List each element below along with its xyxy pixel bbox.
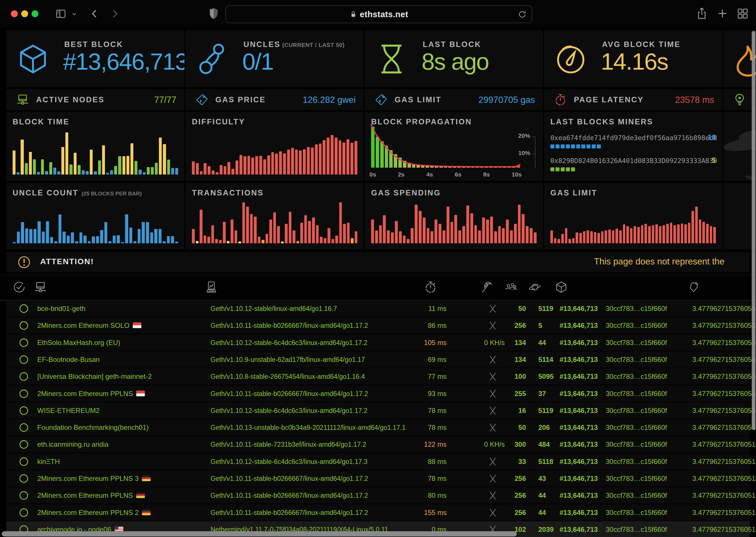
horizontal-scrollbar[interactable]: [2, 531, 517, 536]
privacy-shield-icon[interactable]: [207, 7, 220, 20]
node-pending-tx: 5118: [538, 458, 553, 466]
node-monitor-icon[interactable]: [34, 280, 47, 294]
node-block-hash[interactable]: 30ccf783…c15f660f: [606, 339, 667, 347]
node-name[interactable]: Foundation Benchmarking(bench01): [37, 424, 149, 432]
node-best-block[interactable]: #13,646,713: [559, 355, 598, 364]
chart-bar: [486, 220, 489, 243]
node-version: Geth/v1.10.13-unstable-bc0b34a9-20211112…: [210, 424, 406, 431]
chart-bar: [158, 229, 162, 243]
chart-bar: [316, 225, 319, 243]
node-block-hash[interactable]: 30ccf783…c15f660f: [606, 509, 667, 516]
sidebar-toggle-icon[interactable]: [55, 8, 67, 20]
zoom-window-button[interactable]: [31, 10, 38, 17]
chart-bar: [29, 229, 32, 243]
chart-bar: [53, 168, 56, 175]
node-monitor-icon: [16, 93, 29, 106]
new-tab-button[interactable]: [716, 7, 729, 20]
node-name[interactable]: 2Miners.com Ethereum PPLNS: [37, 491, 145, 499]
node-best-block[interactable]: #13,646,713: [559, 458, 598, 466]
node-block-hash[interactable]: 30ccf783…c15f660f: [606, 440, 667, 448]
chart-bar: [494, 167, 497, 168]
node-block-hash[interactable]: 30ccf783…c15f660f: [606, 355, 667, 364]
node-block-hash[interactable]: 30ccf783…c15f660f: [606, 305, 667, 312]
node-best-block[interactable]: #13,646,713: [559, 440, 598, 448]
saturn-icon[interactable]: [528, 280, 542, 294]
chart-bar: [389, 150, 393, 168]
people-icon[interactable]: [504, 280, 517, 294]
node-version: Geth/v1.10.11-stable-b0266667/linux-amd6…: [210, 509, 368, 516]
node-block-hash[interactable]: 30ccf783…c15f660f: [606, 491, 667, 499]
chart-bar: [482, 218, 485, 243]
puzzle-tag-icon[interactable]: [688, 280, 701, 294]
node-name[interactable]: 2Miners.com Ethereum PPLNS: [37, 390, 145, 398]
back-button[interactable]: [88, 8, 101, 20]
chart-bar: [637, 227, 640, 243]
node-name[interactable]: 2Miners.com Ethereum PPLNS 3: [37, 475, 151, 482]
node-status-icon: [20, 372, 28, 381]
node-name[interactable]: eth.icanmining.ru aridia: [37, 440, 109, 448]
node-name[interactable]: EthSolo.MaxHash.org (EU): [37, 339, 120, 347]
substat-panel-page-latency: PAGE LATENCY23578 ms: [544, 89, 722, 110]
node-name[interactable]: [Universa Blockchain] geth-mainnet-2: [37, 373, 152, 381]
node-best-block[interactable]: #13,646,713: [559, 390, 598, 398]
node-block-hash[interactable]: 30ccf783…c15f660f: [606, 525, 667, 534]
node-block-hash[interactable]: 30ccf783…c15f660f: [606, 458, 667, 466]
tab-overview-button[interactable]: [736, 7, 749, 20]
chart-bar: [171, 168, 174, 175]
node-block-hash[interactable]: 30ccf783…c15f660f: [606, 475, 667, 482]
miner-address[interactable]: 0xea674fdde714fd979de3edf0f56aa9716b898e…: [550, 134, 717, 142]
refresh-button[interactable]: [517, 10, 527, 21]
share-button[interactable]: [695, 7, 708, 20]
chart-bar: [41, 159, 44, 175]
node-block-hash[interactable]: 30ccf783…c15f660f: [606, 424, 667, 432]
chart-bar: [346, 139, 349, 175]
close-window-button[interactable]: [11, 10, 18, 17]
node-block-hash[interactable]: 30ccf783…c15f660f: [606, 321, 667, 330]
clock-check-icon[interactable]: [13, 280, 26, 294]
node-best-block[interactable]: #13,646,713: [559, 407, 598, 415]
node-latency: 155 ms: [405, 509, 447, 516]
chart-bar: [695, 207, 698, 243]
node-name[interactable]: 2Miners.com Ethereum PPLNS 2: [37, 509, 151, 516]
node-best-block[interactable]: #13,646,713: [559, 339, 598, 347]
lock-icon: [350, 11, 357, 18]
node-best-block[interactable]: #13,646,713: [559, 373, 598, 381]
chart-bar: [480, 167, 483, 168]
chart-bar: [66, 132, 68, 175]
node-best-block[interactable]: #13,646,713: [559, 305, 598, 312]
pickaxe-icon[interactable]: [479, 280, 493, 294]
node-block-hash[interactable]: 30ccf783…c15f660f: [606, 407, 667, 415]
chart-bar: [554, 238, 557, 243]
node-block-hash[interactable]: 30ccf783…c15f660f: [606, 373, 667, 381]
miner-address[interactable]: 0x829BD824B016326A401d083B33D092293333A8…: [550, 157, 717, 164]
charts-row-2: UNCLE COUNT (25 BLOCKS PER BAR) TRANSACT…: [6, 183, 756, 250]
node-version: Geth/v1.10.8-stable-26675454/linux-amd64…: [210, 373, 365, 380]
browser-chrome: ethstats.net: [0, 0, 756, 27]
node-name[interactable]: EF-Bootnode-Busan: [37, 355, 100, 364]
chart-title: TRANSACTIONS: [192, 188, 264, 197]
node-best-block[interactable]: #13,646,713: [559, 321, 598, 330]
node-name[interactable]: WISE-ETHEREUM2: [37, 407, 100, 415]
node-block-hash[interactable]: 30ccf783…c15f660f: [606, 390, 667, 398]
node-best-block[interactable]: #13,646,713: [559, 424, 598, 432]
minimize-window-button[interactable]: [21, 10, 28, 17]
chevron-down-icon[interactable]: [71, 11, 77, 17]
chart-bar: [343, 224, 346, 243]
node-latency: 93 ms: [405, 390, 447, 398]
url-bar[interactable]: ethstats.net: [225, 5, 532, 23]
laptop-chart-icon[interactable]: [205, 280, 218, 294]
node-name[interactable]: bce-bnd01-geth: [37, 305, 85, 312]
node-best-block[interactable]: #13,646,713: [559, 475, 598, 482]
chart-bar: [499, 167, 502, 168]
node-best-block[interactable]: #13,646,713: [559, 491, 598, 499]
chart-bar: [407, 239, 410, 243]
node-best-block[interactable]: #13,646,713: [559, 509, 598, 516]
node-version: Geth/v1.10.12-stable-6c4dc6c3/linux-amd6…: [210, 339, 367, 347]
node-best-block[interactable]: #13,646,713: [559, 525, 598, 534]
cube-icon[interactable]: [555, 280, 568, 294]
forward-button[interactable]: [109, 8, 121, 20]
node-name[interactable]: kinΞTH: [37, 458, 60, 466]
stopwatch-icon[interactable]: [424, 280, 437, 294]
node-name[interactable]: 2Miners.com Ethereum SOLO: [37, 321, 141, 330]
vertical-scrollbar[interactable]: [752, 31, 755, 430]
